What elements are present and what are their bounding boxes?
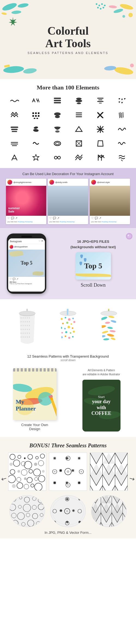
- gem-deco: [125, 232, 133, 240]
- insta-image-3: [90, 186, 130, 216]
- element-cell: [47, 151, 67, 164]
- instagram-card-2: @dolly.smith ♡ 💬 ↗ your title here #hash…: [48, 179, 88, 224]
- phone-notch: [21, 236, 32, 237]
- elements-section: More than 100 Elements: [0, 79, 136, 168]
- insta-icons: ♡ ✉: [39, 240, 43, 242]
- svg-point-80: [62, 323, 64, 324]
- svg-point-91: [73, 331, 75, 333]
- format-caption: In JPG, PNG & Vector Form...: [3, 531, 133, 535]
- svg-point-25: [76, 98, 82, 100]
- svg-point-48: [33, 126, 38, 129]
- insta-caption-3: your title here #hashtag #instashop: [90, 220, 130, 224]
- hero-section: Colorful Art Tools SEAMLESS PATTERNS AND…: [0, 0, 136, 79]
- svg-line-60: [121, 160, 122, 161]
- phone-insta-header: Instagram ♡ ✉: [8, 238, 45, 244]
- svg-point-215: [10, 495, 45, 527]
- svg-rect-39: [36, 118, 38, 119]
- cups-caption: 12 Seamless Patterns with Transperent Ba…: [3, 354, 133, 358]
- elements-grid: [3, 94, 133, 164]
- heart-icon: ♡: [49, 217, 52, 220]
- svg-point-2: [11, 10, 21, 14]
- cups-section: × × × × × × × × × × × × × × × × × × × × …: [0, 299, 136, 366]
- svg-point-94: [68, 337, 70, 339]
- element-cell: [26, 123, 46, 136]
- elements-heading: More than 100 Elements: [3, 84, 133, 91]
- element-cell: [69, 94, 89, 107]
- svg-point-83: [73, 321, 75, 323]
- svg-point-92: [61, 336, 63, 338]
- svg-point-14: [130, 64, 134, 67]
- pillow-circles-svg: [8, 494, 46, 529]
- instagram-logo: Instagram: [10, 239, 22, 243]
- phone-top5-text: Top 5: [21, 260, 32, 266]
- svg-point-18: [104, 5, 106, 6]
- element-cell: [90, 151, 110, 164]
- element-cell: [90, 94, 110, 107]
- svg-rect-47: [12, 131, 17, 132]
- svg-point-277: [66, 510, 68, 512]
- star-deco: [8, 16, 18, 26]
- svg-point-200: [67, 470, 69, 473]
- element-cell: [90, 137, 110, 150]
- hero-title: Colorful Art Tools: [45, 25, 91, 50]
- svg-rect-46: [11, 129, 18, 130]
- comment-icon: 💬: [95, 217, 98, 220]
- patterns-row: ↙: [3, 453, 133, 491]
- element-cell: [26, 151, 46, 164]
- svg-point-84: [60, 327, 62, 329]
- send-icon: ✉: [41, 240, 43, 242]
- insta-avatar: [91, 180, 96, 185]
- svg-point-54: [54, 141, 61, 146]
- svg-rect-45: [11, 127, 18, 128]
- share-icon: ↗: [99, 217, 101, 220]
- svg-marker-57: [33, 154, 39, 160]
- top5-preview-card: Top 5: [76, 252, 111, 280]
- element-cell: [4, 109, 24, 122]
- element-cell: [69, 151, 89, 164]
- instagram-card-3: @street.style ♡ 💬 ↗ your title here #has…: [90, 179, 130, 224]
- svg-point-50: [55, 130, 60, 133]
- editable-note: All Elements & Pattern are editable in A…: [83, 368, 120, 376]
- element-cell: [112, 109, 132, 122]
- phone-post-header: @tracygrabham: [8, 244, 45, 250]
- pillow-triangles-svg: [90, 494, 128, 529]
- svg-point-85: [64, 328, 66, 330]
- svg-point-131: [24, 457, 26, 459]
- svg-text:× × × × × ×: × × × × × ×: [18, 336, 30, 339]
- cup-3: [97, 309, 121, 347]
- pattern-circles-svg: [8, 453, 46, 490]
- insta-caption-2: your title here #hashtag #instashop: [48, 220, 88, 224]
- svg-text:× × × × × ×: × × × × × ×: [18, 324, 30, 327]
- svg-point-58: [54, 156, 57, 159]
- svg-line-242: [54, 498, 56, 500]
- planner-left-panel: My Planner Create Your Own Design: [3, 368, 67, 431]
- svg-point-146: [42, 470, 45, 473]
- svg-rect-38: [34, 118, 35, 119]
- svg-point-95: [72, 336, 74, 338]
- insta-avatar: [49, 180, 54, 185]
- svg-point-90: [70, 332, 72, 334]
- svg-rect-33: [35, 112, 37, 114]
- insta-username-1: @shoplightcremes: [13, 181, 31, 184]
- phone-heart-icon: ♡: [10, 278, 12, 280]
- instagram-heading: Can Be Used Like Decoration For Your Ins…: [3, 172, 133, 176]
- element-cell: [90, 123, 110, 136]
- insta-image-1: summerSale: [6, 186, 46, 216]
- svg-point-192: [54, 471, 55, 472]
- pattern-circles: [8, 453, 46, 491]
- svg-point-62: [127, 234, 131, 238]
- pattern-triangles: [90, 453, 128, 491]
- hero-deco-top-right: [107, 1, 135, 23]
- svg-point-40: [54, 112, 61, 116]
- svg-point-13: [104, 65, 116, 71]
- phone-outer: Instagram ♡ ✉ @tracygrabham Top 5: [7, 233, 46, 294]
- svg-point-79: [72, 317, 74, 319]
- planner-section: My Planner Create Your Own Design All El…: [0, 366, 136, 437]
- heart-icon: ♡: [39, 240, 41, 242]
- svg-point-27: [77, 103, 81, 104]
- bonus-heading: BONUS! Three Seamless Patterns: [3, 442, 133, 449]
- file-info: 16 JPG+EPS FILES (backgrounds without te…: [70, 239, 116, 250]
- element-cell: [4, 137, 24, 150]
- svg-point-77: [65, 317, 66, 319]
- svg-point-59: [58, 156, 60, 159]
